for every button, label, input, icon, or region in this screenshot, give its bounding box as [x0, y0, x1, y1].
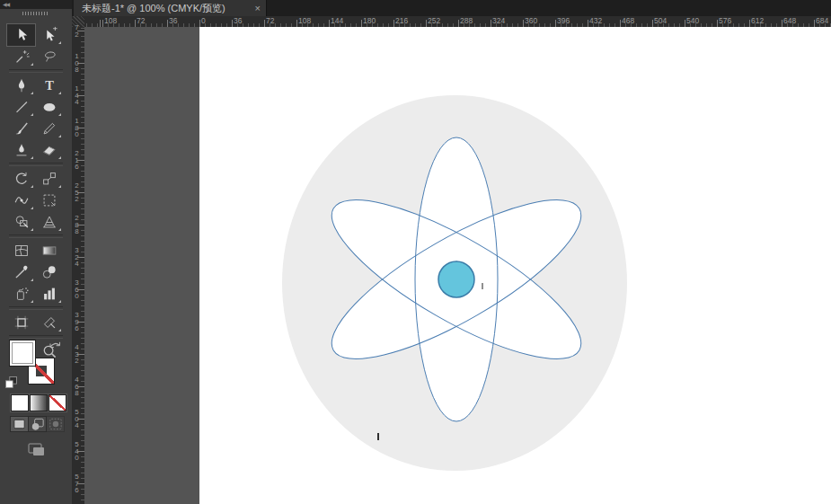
line-segment-tool[interactable]	[7, 96, 35, 118]
pen-tool-icon	[13, 76, 31, 94]
artboard[interactable]	[199, 27, 831, 504]
vruler-tick-label: 108	[73, 53, 81, 74]
draw-behind-button[interactable]	[28, 416, 47, 432]
lasso-tool[interactable]	[35, 46, 63, 67]
pencil-tool[interactable]	[35, 118, 63, 139]
vruler-tick-label: 396	[73, 312, 81, 332]
magic-wand-tool-icon	[13, 48, 31, 66]
document-tab[interactable]: 未标题-1* @ 100% (CMYK/预览) ×	[74, 0, 267, 16]
type-tool-icon	[40, 76, 58, 94]
hruler-tick-label: 468	[622, 16, 634, 25]
hruler-tick-label: 108	[298, 16, 311, 25]
hruler-tick-label: 432	[589, 16, 602, 25]
hruler-tick-label: 576	[719, 16, 731, 25]
selection-tool[interactable]	[7, 24, 35, 46]
paintbrush-tool[interactable]	[7, 118, 35, 139]
free-transform-tool-icon	[40, 191, 58, 209]
pen-tool[interactable]	[7, 75, 35, 96]
gradient-button[interactable]	[30, 394, 48, 411]
perspective-grid-tool-icon	[40, 213, 58, 231]
hruler-tick-label: 648	[783, 16, 796, 25]
hruler-tick-label: 324	[492, 16, 505, 25]
ellipse-tool[interactable]	[35, 96, 63, 118]
hruler-tick-label: 72	[137, 16, 145, 25]
hruler-tick-label: 72	[266, 16, 274, 25]
tool-group-divider	[9, 163, 63, 166]
tool-row	[7, 118, 65, 139]
change-screen-mode-button[interactable]	[22, 438, 50, 461]
tool-row	[7, 24, 65, 46]
draw-inside-button[interactable]	[46, 416, 65, 432]
blend-tool[interactable]	[35, 261, 63, 283]
symbol-sprayer-tool[interactable]	[7, 283, 35, 305]
symbol-sprayer-tool-icon	[13, 285, 31, 303]
column-graph-tool[interactable]	[35, 283, 63, 305]
hruler-tick-label: 144	[331, 16, 343, 25]
line-segment-tool-icon	[13, 98, 31, 116]
tool-row	[7, 283, 65, 305]
vruler-tick-label: 252	[73, 182, 81, 203]
scale-tool[interactable]	[35, 168, 63, 190]
hruler-tick-label: 180	[363, 16, 376, 25]
pasteboard[interactable]	[84, 27, 831, 504]
eraser-tool[interactable]	[35, 139, 63, 161]
vruler-tick-label: 72	[73, 24, 81, 38]
vruler-tick-label: 504	[73, 409, 81, 429]
width-tool-icon	[13, 191, 31, 209]
free-transform-tool[interactable]	[35, 190, 63, 211]
vruler-tick-label: 288	[73, 215, 81, 235]
mesh-tool[interactable]	[7, 240, 35, 261]
close-tab-icon[interactable]: ×	[255, 1, 261, 15]
tool-group-divider	[9, 306, 63, 310]
vruler-tick-label: 468	[73, 376, 81, 397]
document-title: 未标题-1* @ 100% (CMYK/预览)	[74, 2, 225, 15]
draw-inside-icon	[47, 415, 64, 433]
slice-tool[interactable]	[35, 312, 63, 333]
mesh-tool-icon	[13, 242, 31, 260]
draw-normal-button[interactable]	[10, 416, 29, 432]
tool-group-divider	[9, 234, 63, 238]
swap-fill-stroke-icon[interactable]	[48, 339, 62, 351]
collapse-panel-icon[interactable]: ◀◀	[3, 2, 9, 7]
tools-panel: ◀◀	[0, 0, 73, 504]
document-tab-bar: 未标题-1* @ 100% (CMYK/预览) ×	[72, 0, 831, 16]
default-fill-stroke-icon[interactable]	[4, 375, 19, 390]
color-button[interactable]	[11, 394, 29, 411]
artboard-tool[interactable]	[7, 312, 35, 333]
hruler-tick-label: 504	[654, 16, 667, 25]
eyedropper-tool[interactable]	[7, 261, 35, 283]
tool-group-divider	[9, 69, 63, 73]
tool-row	[7, 168, 65, 190]
type-tool[interactable]	[35, 75, 63, 96]
eraser-tool-icon	[40, 141, 58, 159]
vruler-tick-label: 540	[73, 441, 81, 462]
width-tool[interactable]	[7, 190, 35, 211]
nucleus-circle[interactable]	[438, 261, 474, 297]
tool-row	[7, 211, 65, 233]
rotate-tool[interactable]	[7, 168, 35, 190]
tool-row	[7, 240, 65, 261]
hruler-tick-label: 684	[816, 16, 828, 25]
hruler-tick-label: 36	[234, 16, 242, 25]
magic-wand-tool[interactable]	[7, 46, 35, 67]
text-cursor-mark	[377, 433, 379, 440]
gradient-tool[interactable]	[35, 240, 63, 261]
panel-drag-grip-icon[interactable]	[22, 12, 49, 15]
artwork-canvas[interactable]	[199, 27, 831, 504]
perspective-grid-tool[interactable]	[35, 211, 63, 233]
illustrator-window: ◀◀	[0, 0, 831, 504]
vertical-ruler[interactable]: 7210814418021625228832436039643246850454…	[72, 27, 85, 504]
hruler-tick-label: 36	[169, 16, 177, 25]
panel-collapse-bar[interactable]: ◀◀	[0, 0, 72, 9]
blob-brush-tool[interactable]	[7, 139, 35, 161]
vruler-tick-label: 216	[73, 150, 81, 171]
fill-swatch[interactable]	[9, 340, 36, 367]
direct-selection-tool[interactable]	[35, 24, 63, 46]
shape-builder-tool[interactable]	[7, 211, 35, 233]
draw-normal-icon	[11, 415, 28, 433]
vruler-tick-label: 432	[73, 344, 81, 365]
none-slash-icon	[49, 395, 66, 411]
tool-row	[7, 96, 65, 118]
none-button[interactable]	[49, 394, 66, 411]
ellipse-tool-icon	[40, 98, 58, 116]
